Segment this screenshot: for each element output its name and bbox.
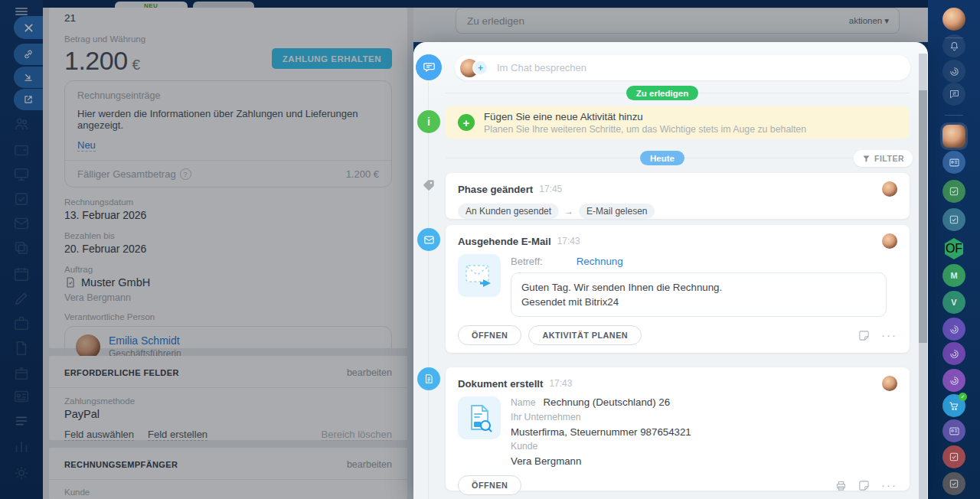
- scrollbar-thumb[interactable]: [919, 90, 927, 343]
- filter-button[interactable]: FILTER: [854, 150, 913, 167]
- dim-overlay: [413, 0, 928, 42]
- check-square-icon: [949, 214, 959, 225]
- shop-widget-button[interactable]: ✓: [942, 394, 965, 417]
- task-widget-button[interactable]: [942, 208, 965, 231]
- bitrix24-crm-invoice-screen: NEU 21 Betrag und Währung 1.200€ ZAHLUNG…: [0, 0, 980, 499]
- document-created-card: Dokument erstellt 17:43: [446, 367, 910, 491]
- copilot-spiral-icon: [949, 375, 960, 386]
- chat-icon[interactable]: [416, 54, 442, 80]
- doc-customer-label: Kunde: [511, 441, 897, 452]
- chat-placeholder: Im Chat besprechen: [497, 62, 586, 73]
- email-title: Ausgehende E-Mail: [458, 236, 551, 247]
- info-icon: i: [417, 110, 440, 133]
- v-badge[interactable]: V: [942, 291, 965, 314]
- open-document-button[interactable]: ÖFFNEN: [458, 475, 521, 495]
- avatar: [942, 125, 965, 148]
- document-title: Dokument erstellt: [458, 378, 543, 390]
- more-actions-icon[interactable]: ···: [881, 331, 897, 339]
- idcard-icon: [949, 157, 960, 168]
- check-badge-icon: ✓: [959, 393, 967, 401]
- active-user-button[interactable]: [940, 122, 968, 150]
- avatar[interactable]: [882, 376, 897, 391]
- subject-label: Betreff:: [511, 256, 543, 267]
- doc-company-value: Musterfirma, Steuernummer 987654321: [511, 426, 897, 438]
- email-icon: [417, 228, 440, 251]
- copilot-spiral-icon: [949, 324, 960, 335]
- add-participant-icon[interactable]: +: [472, 60, 488, 76]
- contact-widget-button[interactable]: [942, 151, 965, 174]
- printer-icon[interactable]: [835, 480, 847, 491]
- email-body: Guten Tag. Wir senden Ihnen die Rechnung…: [511, 272, 887, 317]
- timeline-rail: [428, 82, 429, 499]
- chat-sync-icon: [949, 89, 960, 100]
- phase-changed-card: Phase geändert 17:45 An Kunden gesendet …: [446, 173, 910, 219]
- note-icon[interactable]: [858, 330, 870, 341]
- plan-activity-button[interactable]: AKTIVITÄT PLANEN: [528, 325, 642, 345]
- phase-title: Phase geändert: [458, 184, 533, 195]
- doc-customer-value: Vera Bergmann: [511, 455, 897, 467]
- contact-widget-button[interactable]: [942, 419, 965, 442]
- phase-time: 17:45: [539, 184, 562, 194]
- document-time: 17:43: [549, 378, 572, 389]
- banner-title: Fügen Sie eine neue Aktivität hinzu: [484, 111, 806, 122]
- notifications-button[interactable]: [942, 34, 965, 57]
- email-time: 17:43: [557, 236, 580, 246]
- copilot-spiral-icon: [949, 66, 960, 77]
- dim-overlay: [0, 0, 413, 499]
- timeline-panel: + Im Chat besprechen Zu erledigen i + Fü…: [413, 42, 928, 499]
- check-square-icon: [949, 452, 959, 462]
- doc-name-value: Rechnung (Deutschland) 26: [544, 396, 671, 408]
- task-widget-button[interactable]: [942, 472, 965, 495]
- cart-icon: [949, 400, 960, 412]
- phase-from-pill: An Kunden gesendet: [458, 204, 559, 219]
- doc-company-label: Ihr Unternehmen: [511, 412, 897, 423]
- doc-name-label: Name: [511, 397, 536, 409]
- copilot-widget-button[interactable]: [942, 342, 965, 365]
- outgoing-email-card: Ausgehende E-Mail 17:43 Betreff: Rech: [446, 225, 910, 353]
- copilot-widget-button[interactable]: [942, 369, 965, 392]
- copilot-button[interactable]: [942, 60, 965, 83]
- plus-icon: +: [458, 114, 475, 131]
- date-pill: Heute: [640, 151, 684, 165]
- more-actions-icon[interactable]: ···: [881, 481, 897, 489]
- document-preview-tile[interactable]: [458, 396, 501, 439]
- tag-icon: [421, 178, 436, 193]
- m-badge[interactable]: M: [942, 264, 965, 287]
- right-sidebar: OF M V ✓: [928, 0, 980, 499]
- subject-link[interactable]: Rechnung: [577, 256, 623, 267]
- copilot-widget-button[interactable]: [942, 318, 965, 341]
- current-user-avatar[interactable]: [942, 8, 965, 31]
- avatar[interactable]: [882, 181, 897, 197]
- check-square-icon: [949, 478, 959, 489]
- email-preview-tile[interactable]: [458, 254, 501, 297]
- idcard-icon: [949, 426, 960, 437]
- open-email-button[interactable]: ÖFFNEN: [458, 325, 521, 345]
- avatar[interactable]: [882, 233, 897, 249]
- of-badge[interactable]: OF: [943, 238, 965, 259]
- banner-subtitle: Planen Sie Ihre weiteren Schritte, um da…: [484, 124, 806, 135]
- document-created-icon: [417, 367, 440, 390]
- note-icon[interactable]: [858, 480, 870, 491]
- check-square-icon: [949, 186, 959, 197]
- divider: [945, 115, 963, 116]
- add-activity-banner[interactable]: + Fügen Sie eine neue Aktivität hinzu Pl…: [446, 106, 910, 139]
- phase-to-pill: E-Mail gelesen: [579, 204, 655, 219]
- bell-icon: [949, 41, 960, 52]
- messenger-button[interactable]: [942, 83, 965, 106]
- task-widget-button[interactable]: [942, 180, 965, 203]
- stage-pill: Zu erledigen: [626, 86, 698, 100]
- scrollbar-track[interactable]: [919, 54, 927, 499]
- funnel-icon: [862, 155, 871, 163]
- copilot-spiral-icon: [949, 348, 960, 360]
- arrow-right-icon: →: [564, 206, 573, 217]
- task-widget-button[interactable]: [942, 445, 965, 468]
- chat-discuss-input[interactable]: + Im Chat besprechen: [455, 55, 910, 80]
